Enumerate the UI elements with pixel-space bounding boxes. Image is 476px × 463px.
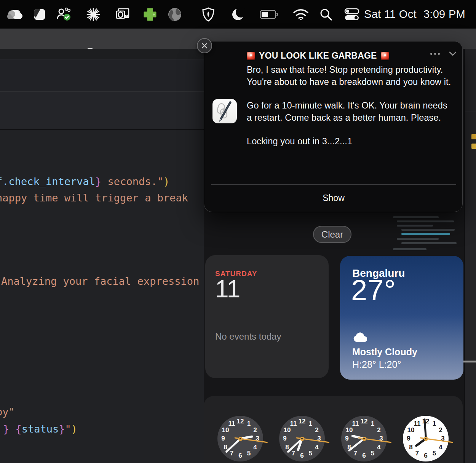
clock-numeral: 2: [253, 426, 257, 434]
siren-emoji-icon: [381, 52, 389, 60]
calendar-events-status: No events today: [215, 331, 281, 342]
notification-body: Bro, I saw that face! Stop pretending pr…: [247, 64, 454, 159]
moon-icon[interactable]: [229, 0, 247, 29]
calendar-widget[interactable]: SATURDAY 11 No events today: [205, 255, 329, 378]
clock-pivot: [424, 437, 428, 441]
notification-paragraph: Locking you out in 3...2...1: [247, 135, 454, 147]
minimap-marker: [471, 134, 476, 139]
clock-numeral: 4: [315, 444, 318, 451]
clock-numeral: 7: [415, 450, 419, 457]
clock-numeral: 1: [247, 420, 251, 428]
clock-pivot: [300, 437, 304, 441]
code-line: } {status}"): [3, 423, 77, 435]
divider: [465, 112, 476, 112]
clear-button-label: Clear: [321, 229, 343, 240]
weather-condition: Mostly Cloudy: [352, 346, 417, 358]
account-status-icon[interactable]: [54, 0, 73, 29]
menu-bar: Sat 11 Oct 3:09 PM: [0, 0, 476, 29]
app-notification-icon: [212, 99, 237, 123]
weather-temperature: 27°: [351, 273, 396, 307]
clock-numeral: 4: [439, 444, 442, 451]
clock-numeral: 11: [228, 420, 235, 428]
onedrive-cloud-icon[interactable]: [6, 0, 24, 29]
analog-clock: 123456789101112: [279, 416, 325, 461]
analog-clock: 123456789101112: [403, 416, 449, 461]
clock-numeral: 11: [414, 420, 421, 428]
background-code-minimap: [393, 216, 462, 251]
search-icon[interactable]: [317, 0, 335, 29]
weather-widget[interactable]: Bengaluru 27° Mostly Cloudy H:28° L:20°: [340, 256, 463, 380]
clock-numeral: 5: [371, 450, 374, 457]
battery-icon[interactable]: [260, 0, 278, 29]
more-options-icon[interactable]: [430, 53, 440, 55]
clock-numeral: 6: [362, 452, 366, 460]
clock-numeral: 12: [361, 418, 368, 425]
editor-band: [0, 91, 204, 129]
siren-emoji-icon: [247, 52, 255, 60]
globe-icon[interactable]: [166, 0, 184, 29]
clock-numeral: 1: [433, 420, 436, 428]
editor-band: [0, 59, 204, 92]
notification-title: YOU LOOK LIKE GARBAGE: [259, 51, 377, 61]
editor-minimap-strip: [464, 49, 476, 463]
show-button[interactable]: Show: [204, 185, 463, 211]
clock-numeral: 7: [354, 450, 357, 457]
code-line: Analyzing your facial expression: [1, 276, 199, 287]
cloud-icon: [352, 332, 368, 343]
clock-numeral: 6: [300, 452, 303, 460]
clock-numeral: 12: [299, 418, 306, 425]
mail-icon[interactable]: [113, 0, 132, 29]
control-center-icon[interactable]: [343, 0, 361, 29]
clock-numeral: 9: [407, 435, 410, 442]
menu-bar-clock[interactable]: Sat 11 Oct 3:09 PM: [364, 0, 465, 29]
clock-numeral: 7: [230, 450, 233, 457]
notification-title-row: YOU LOOK LIKE GARBAGE: [247, 51, 389, 61]
code-line: f.check_interval} seconds."): [0, 176, 169, 187]
clock-numeral: 4: [253, 444, 257, 451]
clock-numeral: 9: [283, 435, 286, 442]
clock-numeral: 2: [315, 426, 318, 434]
clear-button[interactable]: Clear: [313, 226, 351, 243]
starburst-icon[interactable]: [84, 0, 102, 29]
scrollbar-thumb[interactable]: [463, 361, 476, 362]
clock-numeral: 6: [424, 452, 427, 460]
clock-numeral: 11: [352, 420, 359, 428]
chevron-down-icon[interactable]: [449, 51, 457, 57]
clock-numeral: 8: [409, 444, 412, 451]
clock-numeral: 1: [371, 420, 374, 428]
wifi-icon[interactable]: [292, 0, 310, 29]
clock-numeral: 5: [433, 450, 436, 457]
clock-numeral: 7: [292, 450, 295, 457]
clock-numeral: 5: [247, 450, 251, 457]
clock-numeral: 5: [309, 450, 312, 457]
menu-bar-time: 3:09 PM: [423, 8, 465, 21]
notification-card[interactable]: YOU LOOK LIKE GARBAGE Bro, I saw that fa…: [204, 41, 463, 212]
menu-bar-date: Sat 11 Oct: [364, 8, 417, 21]
clock-numeral: 2: [439, 426, 442, 434]
clock-numeral: 11: [290, 420, 297, 428]
clock-pivot: [238, 437, 243, 441]
clock-numeral: 1: [309, 420, 312, 428]
minimap-marker: [471, 144, 476, 149]
notification-paragraph: Go for a 10-minute walk. It's OK. Your b…: [247, 99, 454, 124]
clock-numeral: 2: [377, 426, 380, 434]
analog-clock: 123456789101112: [341, 416, 387, 461]
clock-numeral: 9: [221, 435, 225, 442]
code-line: happy time will trigger a break: [0, 192, 188, 204]
close-notification-button[interactable]: [197, 38, 212, 53]
health-plus-icon[interactable]: [141, 0, 159, 29]
shield-icon[interactable]: [199, 0, 217, 29]
notification-paragraph: Bro, I saw that face! Stop pretending pr…: [247, 64, 454, 88]
app-tile-icon[interactable]: [30, 0, 49, 29]
analog-clock: 123456789101112: [217, 416, 263, 461]
code-line: py": [0, 406, 15, 418]
world-clock-widget[interactable]: 1234567891011121234567891011121234567891…: [204, 396, 463, 463]
clock-numeral: 4: [377, 444, 380, 451]
clock-pivot: [362, 437, 366, 441]
weather-high-low: H:28° L:20°: [352, 359, 401, 370]
code-editor-pane: f.check_interval} seconds.")happy time w…: [0, 49, 204, 463]
editor-band: [0, 49, 204, 59]
clock-numeral: 6: [238, 452, 242, 460]
clock-numeral: 12: [237, 418, 244, 425]
clock-numeral: 9: [345, 435, 348, 442]
